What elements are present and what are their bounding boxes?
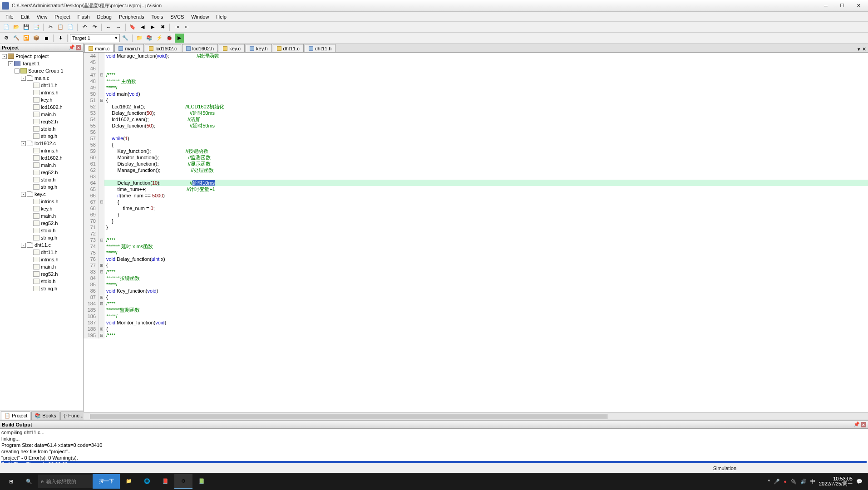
browser-app[interactable]: 🌐 (138, 474, 156, 489)
tree-expander-icon[interactable]: - (21, 76, 26, 81)
fold-icon[interactable]: ⊟ (99, 72, 104, 78)
save-all-button[interactable]: 📑 (32, 23, 41, 32)
file-tab-lcd1602-c[interactable]: lcd1602.c (145, 44, 181, 52)
tree-header-key-h[interactable]: key.h (0, 205, 83, 212)
code-line[interactable]: /**** (104, 332, 868, 338)
tree-header-stdio-h[interactable]: stdio.h (0, 227, 83, 234)
code-line[interactable]: Manage_function(); //处理函数 (104, 167, 868, 173)
tree-header-intrins-h[interactable]: intrins.h (0, 256, 83, 263)
code-line[interactable]: /**** (104, 72, 868, 78)
options-button[interactable]: 🔧 (121, 34, 130, 43)
tree-header-main-h[interactable]: main.h (0, 162, 83, 169)
books-button[interactable]: 📚 (145, 34, 154, 43)
tree-root[interactable]: -Project: project (0, 53, 83, 60)
cut-button[interactable]: ✂ (46, 23, 55, 32)
code-line[interactable]: { (104, 142, 868, 148)
menu-file[interactable]: File (2, 13, 17, 20)
tree-header-reg52-h[interactable]: reg52.h (0, 270, 83, 278)
tree-header-main-h[interactable]: main.h (0, 263, 83, 270)
tree-header-main-h[interactable]: main.h (0, 212, 83, 220)
fold-icon[interactable]: ⊟ (99, 332, 104, 338)
fold-icon[interactable]: ⊟ (99, 237, 104, 243)
code-editor[interactable]: 44void Manage_function(void); //处理函数4546… (84, 53, 868, 412)
minimize-button[interactable]: ─ (818, 1, 833, 10)
fold-icon[interactable]: ⊟ (99, 269, 104, 275)
stop-build-button[interactable]: ⏹ (42, 34, 51, 43)
tree-expander-icon[interactable]: - (15, 69, 20, 74)
tree-header-dht11-h[interactable]: dht11.h (0, 82, 83, 89)
code-line[interactable]: void Manage_function(void); //处理函数 (104, 53, 868, 59)
tree-expander-icon[interactable]: - (21, 141, 26, 146)
tree-group[interactable]: -Source Group 1 (0, 67, 83, 74)
tree-expander-icon[interactable]: - (8, 61, 13, 66)
code-line[interactable]: *****/ (104, 250, 868, 256)
tree-header-string-h[interactable]: string.h (0, 285, 83, 292)
paste-button[interactable]: 📄 (66, 23, 75, 32)
maximize-button[interactable]: ☐ (834, 1, 850, 10)
fold-icon[interactable]: ⊟ (99, 97, 104, 103)
project-tree[interactable]: -Project: project-Target 1-Source Group … (0, 52, 83, 411)
new-file-button[interactable]: 📄 (2, 23, 11, 32)
panel-close-icon[interactable]: × (861, 422, 866, 427)
build-line[interactable]: Program Size: data=61.4 xdata=0 code=341… (1, 442, 867, 448)
code-line[interactable]: *****/ (104, 84, 868, 91)
code-line[interactable]: ******* 主函数 (104, 78, 868, 84)
tree-expander-icon[interactable]: - (21, 192, 26, 197)
panel-close-icon[interactable]: × (76, 45, 81, 50)
tree-file-key-c[interactable]: -key.c (0, 191, 83, 198)
tree-header-string-h[interactable]: string.h (0, 183, 83, 191)
code-line[interactable]: *******按键函数 (104, 275, 868, 281)
fold-icon[interactable]: ⊞ (99, 326, 104, 332)
tray-chevron-icon[interactable]: ^ (768, 479, 770, 484)
code-line[interactable]: *****/ (104, 281, 868, 288)
code-line[interactable]: void Delay_function(uint x) (104, 256, 868, 262)
pin-icon[interactable]: 📌 (853, 421, 860, 427)
code-line[interactable]: /**** (104, 237, 868, 243)
menu-svcs[interactable]: SVCS (167, 13, 187, 20)
code-line[interactable]: /**** (104, 269, 868, 275)
code-line[interactable]: Lcd1602_Init(); //LCD1602初始化 (104, 103, 868, 110)
menu-flash[interactable]: Flash (74, 13, 94, 20)
tree-header-reg52-h[interactable]: reg52.h (0, 118, 83, 125)
build-line[interactable]: creating hex file from "project"... (1, 448, 867, 455)
code-line[interactable]: void main(void) (104, 91, 868, 97)
tree-target[interactable]: -Target 1 (0, 60, 83, 67)
save-button[interactable]: 💾 (22, 23, 31, 32)
menu-debug[interactable]: Debug (94, 13, 115, 20)
code-line[interactable]: /**** (104, 300, 868, 307)
menu-window[interactable]: Window (187, 13, 212, 20)
target-select[interactable]: Target 1 ▾ (70, 34, 120, 42)
code-line[interactable] (104, 230, 868, 237)
tray-volume-icon[interactable]: 🔊 (800, 479, 807, 485)
outdent-button[interactable]: ⇤ (182, 23, 191, 32)
code-line[interactable]: *****/ (104, 313, 868, 319)
file-tab-key-h[interactable]: key.h (246, 44, 271, 52)
menu-view[interactable]: View (33, 13, 51, 20)
code-line[interactable]: } (104, 218, 868, 224)
tree-file-main-c[interactable]: -main.c (0, 74, 83, 82)
tree-header-key-h[interactable]: key.h (0, 96, 83, 103)
tree-header-main-h[interactable]: main.h (0, 111, 83, 118)
taskbar-clock[interactable]: 10:53:05 2022/7/25/周一 (819, 476, 853, 486)
redo-button[interactable]: ↷ (90, 23, 99, 32)
code-line[interactable]: time_num = 0; (104, 205, 868, 211)
code-line[interactable]: if(time_num == 5000) (104, 192, 868, 199)
code-line[interactable]: time_num++; //计时变量+1 (104, 186, 868, 192)
pin-icon[interactable]: 📌 (69, 44, 75, 50)
code-line[interactable]: { (104, 262, 868, 269)
tree-header-stdio-h[interactable]: stdio.h (0, 125, 83, 132)
tray-ime-icon[interactable]: 中 (810, 478, 815, 485)
code-line[interactable]: Monitor_function(); //监测函数 (104, 154, 868, 161)
code-line[interactable]: { (104, 199, 868, 205)
tree-header-stdio-h[interactable]: stdio.h (0, 176, 83, 183)
code-line[interactable]: void Monitor_function(void) (104, 319, 868, 326)
nav-back-button[interactable]: ← (104, 23, 113, 32)
file-tab-dht11-h[interactable]: dht11.h (305, 44, 336, 52)
menu-help[interactable]: Help (212, 13, 230, 20)
close-button[interactable]: ✕ (851, 1, 866, 10)
code-line[interactable]: } (104, 224, 868, 230)
manage-button[interactable]: 📁 (135, 34, 144, 43)
uvision-app[interactable]: ⚙ (174, 474, 192, 489)
translate-button[interactable]: ⚙ (2, 34, 11, 43)
prev-bookmark-button[interactable]: ◀ (138, 23, 147, 32)
